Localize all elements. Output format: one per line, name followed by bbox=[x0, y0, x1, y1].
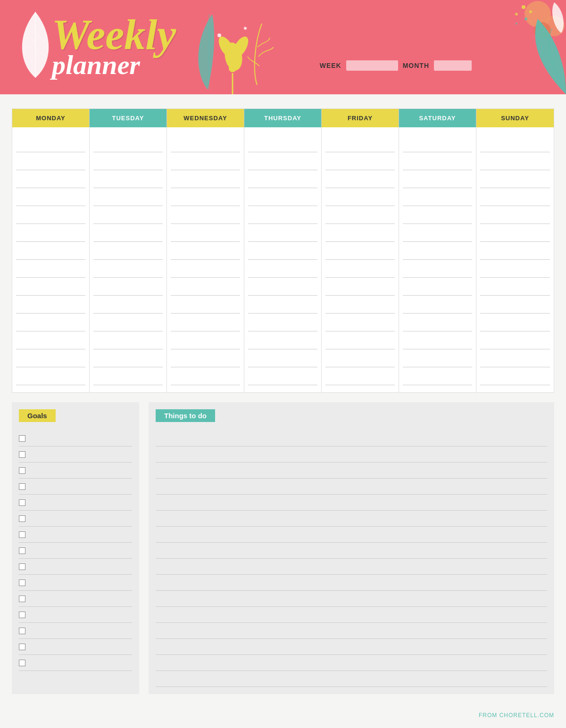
goal-checkbox[interactable] bbox=[19, 467, 25, 474]
day-line[interactable] bbox=[403, 224, 472, 242]
day-line[interactable] bbox=[480, 349, 550, 367]
day-line[interactable] bbox=[248, 314, 317, 331]
day-line[interactable] bbox=[403, 134, 472, 152]
goal-checkbox[interactable] bbox=[19, 596, 25, 602]
day-line[interactable] bbox=[403, 331, 472, 349]
day-line[interactable] bbox=[16, 152, 85, 170]
day-line[interactable] bbox=[16, 206, 85, 224]
day-line[interactable] bbox=[325, 367, 395, 385]
day-line[interactable] bbox=[248, 349, 317, 367]
todo-item[interactable] bbox=[156, 559, 547, 575]
day-line[interactable] bbox=[248, 367, 317, 385]
day-line[interactable] bbox=[171, 134, 240, 152]
day-line[interactable] bbox=[93, 331, 163, 349]
day-line[interactable] bbox=[171, 224, 240, 242]
day-line[interactable] bbox=[403, 278, 472, 296]
day-line[interactable] bbox=[248, 296, 317, 314]
day-line[interactable] bbox=[171, 278, 240, 296]
day-line[interactable] bbox=[248, 260, 317, 278]
day-line[interactable] bbox=[403, 242, 472, 260]
day-line[interactable] bbox=[248, 188, 317, 206]
day-line[interactable] bbox=[480, 260, 550, 278]
day-line[interactable] bbox=[16, 331, 85, 349]
todo-item[interactable] bbox=[156, 639, 547, 655]
day-line[interactable] bbox=[93, 314, 163, 331]
goal-checkbox[interactable] bbox=[19, 547, 25, 554]
todo-item[interactable] bbox=[156, 430, 547, 447]
day-line[interactable] bbox=[248, 278, 317, 296]
day-line[interactable] bbox=[403, 296, 472, 314]
day-line[interactable] bbox=[171, 188, 240, 206]
day-line[interactable] bbox=[93, 242, 163, 260]
day-line[interactable] bbox=[403, 170, 472, 188]
day-line[interactable] bbox=[325, 331, 395, 349]
day-line[interactable] bbox=[93, 367, 163, 385]
goal-checkbox[interactable] bbox=[19, 628, 25, 634]
goal-checkbox[interactable] bbox=[19, 531, 25, 538]
day-line[interactable] bbox=[403, 349, 472, 367]
day-line[interactable] bbox=[16, 296, 85, 314]
goal-checkbox[interactable] bbox=[19, 612, 25, 618]
day-line[interactable] bbox=[16, 242, 85, 260]
day-line[interactable] bbox=[248, 152, 317, 170]
todo-item[interactable] bbox=[156, 575, 547, 591]
todo-item[interactable] bbox=[156, 607, 547, 623]
goal-checkbox[interactable] bbox=[19, 660, 25, 666]
day-line[interactable] bbox=[403, 367, 472, 385]
day-line[interactable] bbox=[248, 134, 317, 152]
day-line[interactable] bbox=[325, 242, 395, 260]
goal-checkbox[interactable] bbox=[19, 499, 25, 506]
day-line[interactable] bbox=[171, 367, 240, 385]
todo-item[interactable] bbox=[156, 447, 547, 463]
day-line[interactable] bbox=[480, 224, 550, 242]
day-line[interactable] bbox=[248, 206, 317, 224]
day-line[interactable] bbox=[16, 260, 85, 278]
day-line[interactable] bbox=[248, 170, 317, 188]
day-line[interactable] bbox=[480, 296, 550, 314]
day-line[interactable] bbox=[325, 296, 395, 314]
day-line[interactable] bbox=[16, 349, 85, 367]
day-line[interactable] bbox=[325, 152, 395, 170]
todo-item[interactable] bbox=[156, 671, 547, 687]
day-line[interactable] bbox=[93, 188, 163, 206]
day-line[interactable] bbox=[480, 188, 550, 206]
todo-item[interactable] bbox=[156, 655, 547, 671]
day-line[interactable] bbox=[403, 314, 472, 331]
day-line[interactable] bbox=[325, 224, 395, 242]
day-line[interactable] bbox=[325, 260, 395, 278]
day-line[interactable] bbox=[171, 242, 240, 260]
day-line[interactable] bbox=[325, 170, 395, 188]
day-line[interactable] bbox=[93, 170, 163, 188]
day-line[interactable] bbox=[325, 188, 395, 206]
todo-item[interactable] bbox=[156, 463, 547, 479]
day-line[interactable] bbox=[403, 206, 472, 224]
day-line[interactable] bbox=[93, 260, 163, 278]
todo-item[interactable] bbox=[156, 479, 547, 495]
day-line[interactable] bbox=[16, 314, 85, 331]
month-input[interactable] bbox=[434, 60, 472, 71]
day-line[interactable] bbox=[403, 152, 472, 170]
day-line[interactable] bbox=[16, 134, 85, 152]
day-line[interactable] bbox=[16, 170, 85, 188]
day-line[interactable] bbox=[16, 367, 85, 385]
day-line[interactable] bbox=[171, 331, 240, 349]
day-line[interactable] bbox=[480, 134, 550, 152]
day-line[interactable] bbox=[480, 242, 550, 260]
goal-checkbox[interactable] bbox=[19, 435, 25, 442]
todo-item[interactable] bbox=[156, 527, 547, 543]
goal-checkbox[interactable] bbox=[19, 644, 25, 650]
todo-item[interactable] bbox=[156, 591, 547, 607]
day-line[interactable] bbox=[248, 242, 317, 260]
day-line[interactable] bbox=[171, 206, 240, 224]
day-line[interactable] bbox=[403, 260, 472, 278]
day-line[interactable] bbox=[480, 278, 550, 296]
day-line[interactable] bbox=[171, 170, 240, 188]
day-line[interactable] bbox=[480, 314, 550, 331]
day-line[interactable] bbox=[325, 349, 395, 367]
todo-item[interactable] bbox=[156, 543, 547, 559]
day-line[interactable] bbox=[171, 296, 240, 314]
day-line[interactable] bbox=[403, 188, 472, 206]
day-line[interactable] bbox=[16, 188, 85, 206]
day-line[interactable] bbox=[480, 206, 550, 224]
day-line[interactable] bbox=[325, 206, 395, 224]
